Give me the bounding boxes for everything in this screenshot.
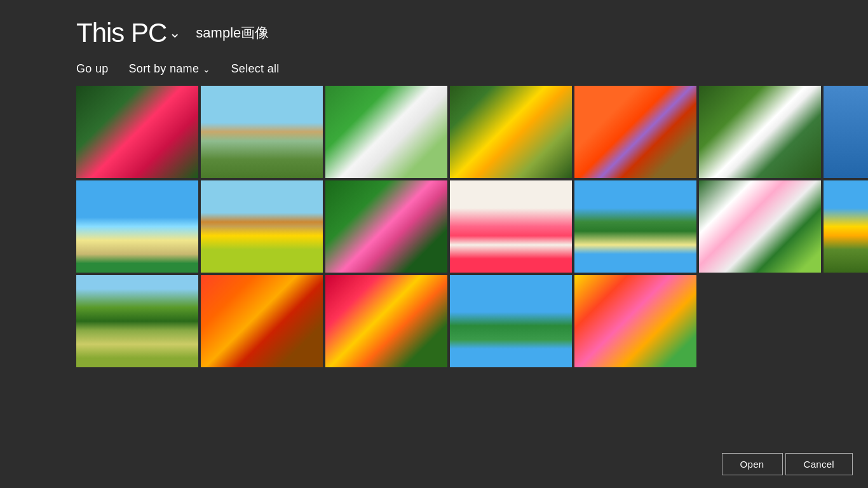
grid-item[interactable] — [201, 86, 323, 178]
cancel-label: Cancel — [804, 459, 835, 470]
grid-item[interactable] — [201, 275, 323, 367]
grid-item[interactable] — [824, 86, 868, 178]
image-grid — [76, 86, 868, 367]
toolbar: Go up Sort by name ⌄ Select all — [0, 48, 868, 78]
breadcrumb: sample画像 — [196, 24, 269, 43]
grid-item[interactable] — [699, 180, 821, 273]
grid-item[interactable] — [325, 275, 447, 367]
title-chevron-icon: ⌄ — [169, 25, 180, 41]
select-all-button[interactable]: Select all — [231, 60, 280, 78]
grid-item[interactable] — [201, 180, 323, 273]
grid-item[interactable] — [325, 180, 447, 273]
select-all-label: Select all — [231, 62, 280, 76]
grid-item[interactable] — [824, 180, 868, 273]
title-dropdown[interactable]: This PC ⌄ — [76, 18, 180, 48]
sort-chevron-icon: ⌄ — [203, 64, 210, 74]
go-up-button[interactable]: Go up — [76, 60, 109, 78]
grid-item[interactable] — [450, 180, 572, 273]
page-title: This PC — [76, 18, 166, 48]
header: This PC ⌄ sample画像 — [0, 0, 868, 48]
grid-item[interactable] — [574, 86, 696, 178]
grid-item[interactable] — [76, 86, 198, 178]
grid-item[interactable] — [699, 86, 821, 178]
grid-item[interactable] — [76, 275, 198, 367]
grid-item[interactable] — [76, 180, 198, 273]
grid-item[interactable] — [574, 275, 696, 367]
open-label: Open — [740, 459, 764, 470]
footer: Open Cancel — [707, 440, 868, 488]
grid-item[interactable] — [450, 86, 572, 178]
sort-by-button[interactable]: Sort by name ⌄ — [129, 60, 211, 78]
open-button[interactable]: Open — [722, 453, 783, 475]
grid-item[interactable] — [574, 180, 696, 273]
grid-item[interactable] — [450, 275, 572, 367]
go-up-label: Go up — [76, 62, 109, 76]
sort-by-label: Sort by name — [129, 62, 200, 76]
grid-item[interactable] — [325, 86, 447, 178]
cancel-button[interactable]: Cancel — [785, 453, 853, 475]
